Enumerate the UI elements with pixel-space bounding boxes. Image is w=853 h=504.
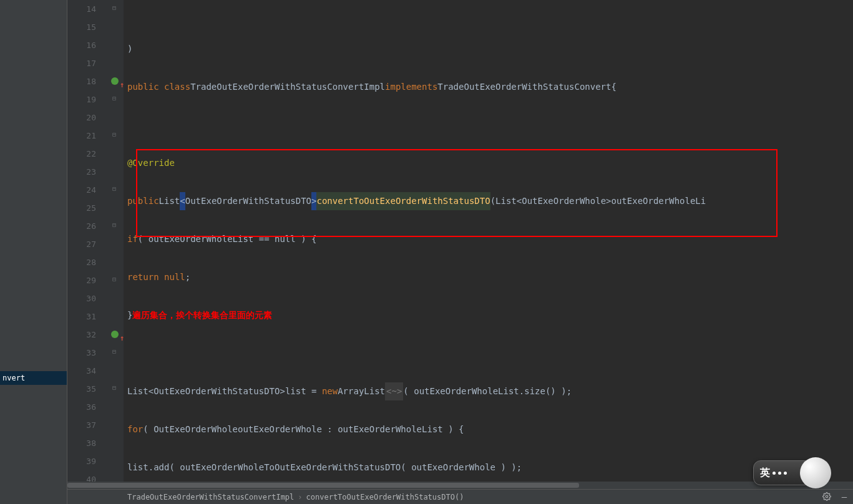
line-number: 14	[67, 0, 96, 18]
fold-icon[interactable]: ⊟	[112, 349, 119, 355]
line-number: 39	[67, 452, 96, 470]
code-line[interactable]: if ( outExeOrderWholeList == null ) {	[124, 230, 853, 248]
code-line[interactable]	[124, 116, 853, 134]
annotation-text: 遍历集合，挨个转换集合里面的元素	[132, 306, 272, 324]
ime-dots-icon	[773, 472, 787, 475]
project-sidebar[interactable]: nvert	[0, 0, 67, 504]
line-number: 20	[67, 109, 96, 127]
fold-icon[interactable]: ⊟	[112, 132, 119, 138]
line-number: 21	[67, 127, 96, 145]
breadcrumb: TradeOutExeOrderWithStatusConvertImpl › …	[67, 489, 853, 504]
fold-icon[interactable]: ⊟	[112, 186, 119, 192]
line-number: 23	[67, 163, 96, 181]
line-number: 27	[67, 235, 96, 253]
code-line[interactable]: return null;	[124, 268, 853, 286]
code-line[interactable]: } 遍历集合，挨个转换集合里面的元素	[124, 306, 853, 324]
line-number: 38	[67, 434, 96, 452]
chevron-right-icon: ›	[298, 493, 302, 502]
horizontal-scrollbar[interactable]	[67, 482, 853, 489]
line-number: 22	[67, 145, 96, 163]
line-number: 28	[67, 253, 96, 271]
ime-floating-widget[interactable]: 英	[753, 460, 828, 485]
line-number: 29	[67, 271, 96, 289]
override-gutter-icon[interactable]	[111, 331, 119, 338]
ime-mode-label: 英	[760, 467, 770, 480]
code-line[interactable]: )	[124, 40, 853, 58]
code-content[interactable]: ) public class TradeOutExeOrderWithStatu…	[124, 0, 853, 482]
scrollbar-thumb[interactable]	[67, 483, 579, 488]
line-number: 19	[67, 90, 96, 109]
line-number: 25	[67, 199, 96, 217]
line-number: 24	[67, 181, 96, 199]
fold-icon[interactable]: ⊟	[112, 95, 119, 102]
minimize-icon[interactable]: —	[838, 490, 851, 503]
line-gutter: 14 15 16 17 18 19 20 21 22 23 24 25 26 2…	[67, 0, 110, 482]
line-number: 32	[67, 326, 96, 344]
fold-icon[interactable]: ⊟	[112, 276, 119, 283]
fold-icon[interactable]: ⊟	[112, 222, 119, 228]
svg-point-0	[826, 495, 828, 498]
line-number: 31	[67, 308, 96, 326]
line-number: 33	[67, 344, 96, 362]
code-line[interactable]: public class TradeOutExeOrderWithStatusC…	[124, 78, 853, 96]
code-line[interactable]: @Override	[124, 154, 853, 172]
line-number: 36	[67, 398, 96, 416]
line-number: 18	[67, 72, 96, 90]
code-line[interactable]: public List<OutExeOrderWithStatusDTO> co…	[124, 192, 853, 210]
fold-icon[interactable]: ⊟	[112, 5, 119, 11]
code-line[interactable]: List<OutExeOrderWithStatusDTO> list = ne…	[124, 382, 853, 400]
code-line[interactable]	[124, 344, 853, 362]
code-line[interactable]: for ( OutExeOrderWhole outExeOrderWhole …	[124, 420, 853, 439]
line-number: 34	[67, 362, 96, 380]
line-number: 37	[67, 416, 96, 434]
line-number: 15	[67, 18, 96, 36]
line-number: 35	[67, 380, 96, 398]
editor[interactable]: 14 15 16 17 18 19 20 21 22 23 24 25 26 2…	[67, 0, 853, 504]
line-number: 17	[67, 54, 96, 72]
line-number: 26	[67, 217, 96, 235]
breadcrumb-class[interactable]: TradeOutExeOrderWithStatusConvertImpl	[124, 493, 298, 502]
line-number: 16	[67, 36, 96, 54]
line-number: 40	[67, 470, 96, 482]
gear-icon[interactable]	[821, 490, 833, 503]
fold-icon[interactable]: ⊟	[112, 385, 119, 391]
gutter-markers: ⊟ ↑ ⊟ ⊟ ⊟ ⊟ ⊟ ↑ ⊟ ⊟	[110, 0, 124, 482]
code-line[interactable]: list.add( outExeOrderWholeToOutExeOrderW…	[124, 458, 853, 477]
override-gutter-icon[interactable]	[111, 77, 119, 85]
line-number: 30	[67, 289, 96, 308]
breadcrumb-method[interactable]: convertToOutExeOrderWithStatusDTO()	[303, 493, 468, 502]
sidebar-selected-file[interactable]: nvert	[0, 371, 67, 385]
